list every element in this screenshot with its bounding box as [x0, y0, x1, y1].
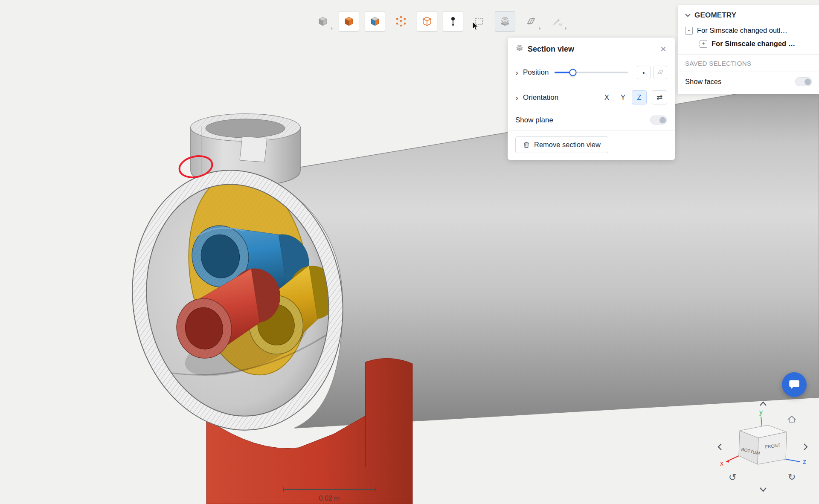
scale-bar-label: 0.02 m: [319, 495, 340, 502]
ai-wand-icon: AI: [552, 16, 563, 27]
viewer-toolbar: AI: [313, 11, 567, 32]
geometry-title: GEOMETRY: [694, 11, 736, 20]
toggle-knob: [659, 117, 666, 123]
vertices-icon: [395, 16, 407, 27]
show-plane-toggle[interactable]: [650, 116, 667, 125]
position-point-button[interactable]: •: [637, 66, 651, 79]
orientation-row: › Orientation X Y Z ⇄: [508, 85, 675, 110]
home-icon[interactable]: [788, 416, 796, 422]
view-orientation-button[interactable]: [313, 11, 333, 32]
orientation-cube[interactable]: BOTTOM FRONT: [739, 425, 787, 464]
collapse-icon[interactable]: -: [685, 27, 693, 35]
geometry-panel: GEOMETRY - For Simscale changed outl… + …: [678, 5, 819, 94]
rotate-up-chevron[interactable]: [760, 402, 766, 406]
y-axis-label: y: [759, 408, 763, 416]
orange-cube-icon: [343, 16, 354, 27]
panel-title: Section view: [528, 45, 574, 54]
axis-buttons: X Y Z ⇄: [598, 90, 667, 104]
section-view-icon: [500, 16, 511, 27]
close-icon[interactable]: ×: [659, 45, 667, 53]
section-view-button[interactable]: [495, 11, 515, 32]
plane-icon: [657, 70, 663, 75]
tree-item-root[interactable]: - For Simscale changed outl…: [678, 24, 819, 37]
select-vertices-button[interactable]: [391, 11, 411, 32]
edges-cube-icon: [421, 16, 433, 27]
select-volumes-button[interactable]: [339, 11, 359, 32]
clip-plane-icon: [526, 16, 537, 27]
position-row: › Position •: [508, 60, 675, 85]
swap-arrows-icon: ⇄: [656, 93, 662, 102]
select-edges-button[interactable]: [417, 11, 437, 32]
rotate-right-chevron[interactable]: [804, 444, 807, 450]
probe-pin-icon: [447, 16, 459, 27]
section-panel-header: Section view ×: [508, 38, 675, 60]
marquee-select-icon: [473, 16, 485, 27]
chevron-down-icon: [685, 14, 691, 17]
select-faces-button[interactable]: [365, 11, 385, 32]
nozzle-bore: [206, 119, 285, 138]
position-plane-button[interactable]: [653, 66, 667, 79]
position-label: Position: [523, 68, 549, 77]
slider-track[interactable]: [555, 72, 628, 73]
ai-label: AI: [559, 23, 562, 26]
show-plane-label: Show plane: [515, 116, 553, 125]
expand-icon[interactable]: +: [700, 40, 707, 48]
flip-direction-button[interactable]: ⇄: [652, 90, 667, 104]
axis-y-button[interactable]: Y: [616, 90, 630, 104]
show-faces-label: Show faces: [685, 78, 721, 86]
box-select-button[interactable]: [469, 11, 489, 32]
ai-tools-button[interactable]: AI: [547, 11, 567, 32]
show-plane-row: Show plane: [508, 110, 675, 130]
axis-x-button[interactable]: X: [599, 90, 614, 104]
position-slider[interactable]: [555, 69, 628, 76]
chevron-right-icon[interactable]: ›: [515, 69, 518, 76]
x-axis-label: x: [720, 460, 723, 467]
saved-selections-label: SAVED SELECTIONS: [678, 55, 819, 72]
probe-point-button[interactable]: [443, 11, 463, 32]
remove-section-view-label: Remove section view: [534, 141, 601, 149]
tree-item-label: For Simscale changed …: [712, 40, 795, 48]
chevron-right-icon[interactable]: ›: [515, 94, 518, 101]
rotate-down-chevron[interactable]: [760, 488, 766, 491]
view-navigator: y x z BOTTOM FRONT ↺ ↻: [695, 390, 819, 504]
roll-ccw-icon[interactable]: ↺: [729, 472, 736, 483]
roll-cw-icon[interactable]: ↻: [788, 472, 796, 482]
section-panel-footer: Remove section view: [508, 130, 675, 160]
tree-item-child[interactable]: + For Simscale changed …: [678, 37, 819, 50]
multicolor-cube-icon: [369, 16, 380, 27]
toggle-knob: [804, 78, 811, 85]
z-axis-line: [786, 459, 800, 462]
nozzle-cut-notch: [240, 136, 267, 162]
gray-cube-icon: [317, 16, 328, 27]
section-view-panel: Section view × › Position • › Orientatio…: [508, 38, 675, 160]
dot-icon: •: [642, 69, 645, 76]
remove-section-view-button[interactable]: Remove section view: [515, 136, 608, 153]
support-chat-button[interactable]: [782, 372, 807, 397]
y-axis-line: [761, 417, 762, 426]
trash-icon: [523, 141, 530, 148]
chat-icon: [788, 379, 800, 391]
tree-item-label: For Simscale changed outl…: [697, 26, 787, 35]
show-faces-toggle[interactable]: [795, 77, 812, 86]
show-faces-row: Show faces: [678, 72, 819, 92]
axis-z-button[interactable]: Z: [632, 90, 647, 104]
rotate-left-chevron[interactable]: [718, 444, 721, 450]
z-axis-label: z: [803, 458, 806, 465]
section-view-icon: [515, 44, 524, 54]
slider-handle[interactable]: [569, 69, 577, 76]
orientation-label: Orientation: [523, 93, 558, 102]
clip-plane-button[interactable]: [521, 11, 541, 32]
geometry-header[interactable]: GEOMETRY: [678, 5, 819, 24]
